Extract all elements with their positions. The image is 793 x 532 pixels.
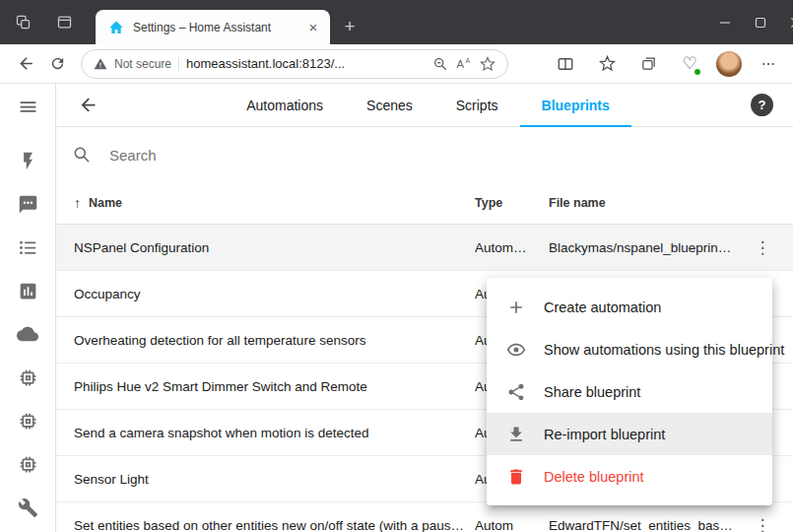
plus-icon — [506, 298, 526, 317]
sidebar-item-history[interactable] — [0, 269, 55, 312]
search-input[interactable] — [107, 146, 777, 165]
menu-item-reimport-blueprint[interactable]: Re-import blueprint — [487, 413, 772, 455]
row-name: Set entities based on other entities new… — [74, 518, 475, 532]
search-row — [56, 127, 793, 182]
titlebar-left-icons — [14, 13, 73, 31]
row-overflow-menu-icon[interactable]: ⋮ — [751, 513, 774, 532]
row-name: Sensor Light — [74, 472, 475, 487]
browser-essentials-icon[interactable]: ♡ — [675, 49, 704, 79]
row-name: Philips Hue v2 Smart Dimmer Switch and R… — [74, 379, 475, 394]
refresh-icon[interactable] — [41, 48, 73, 80]
sidebar-item-addon-2[interactable] — [0, 399, 55, 442]
back-icon[interactable] — [10, 48, 41, 80]
row-name: Occupancy — [74, 287, 475, 301]
ha-tab-bar: Automations Scenes Scripts Blueprints — [225, 84, 631, 126]
profile-avatar[interactable] — [716, 51, 742, 77]
column-header-type[interactable]: Type — [475, 196, 549, 210]
column-header-name[interactable]: ↑ Name — [74, 195, 475, 211]
svg-text:A: A — [466, 57, 471, 64]
toolbar-right-icons: ♡ — [551, 49, 783, 79]
tab-scenes[interactable]: Scenes — [345, 84, 434, 126]
favorites-hub-icon[interactable] — [592, 49, 622, 79]
row-name: Send a camera snapshot when motion is de… — [74, 426, 475, 440]
address-divider — [178, 57, 179, 71]
help-icon[interactable]: ? — [751, 94, 773, 116]
security-label[interactable]: Not secure — [114, 57, 171, 71]
table-row[interactable]: Set entities based on other entities new… — [56, 502, 793, 532]
sidebar-item-cloud[interactable] — [0, 312, 55, 356]
zoom-icon[interactable] — [432, 56, 448, 72]
sidebar-menu-icon[interactable] — [18, 88, 38, 125]
tab-automations[interactable]: Automations — [225, 84, 345, 126]
menu-item-delete-blueprint[interactable]: Delete blueprint — [487, 455, 772, 498]
sidebar-item-energy[interactable] — [0, 139, 55, 182]
sort-ascending-icon: ↑ — [74, 195, 81, 211]
tab-scripts[interactable]: Scripts — [434, 84, 520, 126]
ha-sidebar — [0, 84, 56, 532]
split-screen-icon[interactable] — [551, 49, 580, 79]
trash-icon — [506, 467, 526, 487]
row-name: Overheating detection for all temperatur… — [74, 333, 475, 348]
share-icon — [506, 382, 526, 402]
row-type: Autom… — [475, 240, 549, 255]
favorite-star-icon[interactable] — [480, 56, 496, 72]
url-text[interactable]: homeassistant.local:8123/... — [186, 56, 426, 71]
ha-header: Automations Scenes Scripts Blueprints ? — [56, 84, 793, 127]
row-file: Blackymas/nspanel_blueprin… — [549, 240, 751, 255]
ha-back-icon[interactable] — [70, 88, 105, 123]
essentials-status-dot — [694, 68, 701, 76]
workspaces-icon[interactable] — [14, 13, 32, 31]
maximize-button[interactable] — [743, 0, 778, 44]
tab-blueprints[interactable]: Blueprints — [520, 84, 631, 126]
browser-tab[interactable]: Settings – Home Assistant × — [96, 10, 330, 44]
home-assistant-app: Automations Scenes Scripts Blueprints ? … — [0, 84, 793, 532]
not-secure-warning-icon — [94, 57, 107, 71]
sidebar-item-addon-1[interactable] — [0, 356, 55, 399]
tab-title: Settings – Home Assistant — [133, 21, 297, 34]
menu-item-create-automation[interactable]: Create automation — [487, 286, 772, 328]
browser-toolbar: Not secure homeassistant.local:8123/... … — [0, 44, 793, 84]
tab-actions-icon[interactable] — [55, 13, 73, 31]
column-header-file[interactable]: File name — [549, 196, 751, 210]
row-file: EdwardTFN/set_entities_bas… — [549, 518, 751, 532]
eye-icon — [506, 340, 526, 360]
address-bar[interactable]: Not secure homeassistant.local:8123/... … — [81, 49, 508, 79]
table-row[interactable]: NSPanel Configuration Autom… Blackymas/n… — [56, 225, 793, 271]
ha-main: Automations Scenes Scripts Blueprints ? … — [56, 84, 793, 532]
window-controls — [707, 0, 793, 44]
collections-icon[interactable] — [633, 49, 663, 79]
sidebar-item-developer-tools[interactable] — [0, 486, 55, 529]
sidebar-item-logbook[interactable] — [0, 226, 55, 269]
blueprint-context-menu: Create automation Show automations using… — [487, 278, 772, 505]
table-header: ↑ Name Type File name — [56, 182, 793, 225]
settings-more-icon[interactable] — [754, 49, 783, 79]
search-icon — [72, 145, 92, 165]
menu-item-share-blueprint[interactable]: Share blueprint — [487, 370, 772, 413]
new-tab-button[interactable]: + — [337, 14, 363, 39]
row-overflow-menu-icon[interactable]: ⋮ — [751, 235, 774, 259]
svg-text:A: A — [457, 57, 465, 69]
read-aloud-icon[interactable]: AA — [455, 55, 473, 73]
minimize-button[interactable] — [707, 0, 743, 44]
row-name: NSPanel Configuration — [74, 240, 475, 255]
close-button[interactable] — [778, 0, 793, 44]
browser-titlebar: Settings – Home Assistant × + — [0, 0, 793, 44]
download-icon — [506, 425, 526, 444]
sidebar-item-addon-3[interactable] — [0, 442, 55, 486]
sidebar-item-assist[interactable] — [0, 182, 55, 226]
tab-close-icon[interactable]: × — [304, 19, 322, 36]
row-type: Autom — [475, 518, 549, 532]
menu-item-show-automations[interactable]: Show automations using this blueprint — [487, 328, 772, 370]
home-assistant-favicon — [107, 19, 125, 36]
